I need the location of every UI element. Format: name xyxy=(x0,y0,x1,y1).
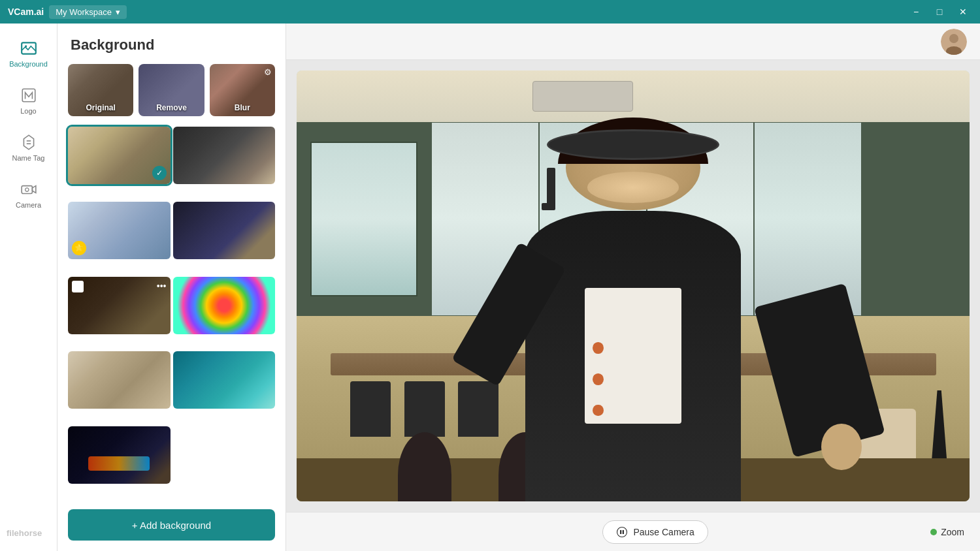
svg-rect-12 xyxy=(623,530,624,534)
bg-cell-6[interactable] xyxy=(173,277,276,334)
preview-area: Pause Camera Zoom xyxy=(286,24,980,551)
bg-cell-9[interactable] xyxy=(68,426,171,484)
filter-original-label: Original xyxy=(86,103,115,112)
filter-remove[interactable]: Remove xyxy=(139,64,204,116)
wall-right xyxy=(862,122,970,316)
zoom-status-dot xyxy=(930,529,937,535)
sidebar: Background Logo Name Tag xyxy=(0,24,57,551)
sidebar-item-logo[interactable]: Logo xyxy=(4,78,53,123)
minimize-button[interactable]: − xyxy=(907,3,925,21)
premium-badge: ⭐ xyxy=(72,241,86,255)
background-label: Background xyxy=(9,60,48,68)
filter-remove-label: Remove xyxy=(156,103,187,112)
app-brand: VCam.ai xyxy=(8,7,44,17)
filehorse-watermark: filehorse xyxy=(7,528,42,538)
gear-icon: ⚙ xyxy=(264,67,272,77)
nametag-label: Name Tag xyxy=(12,154,45,162)
main-layout: Background Logo Name Tag xyxy=(0,24,980,551)
thumbnail-icon xyxy=(72,281,84,292)
camera-label: Camera xyxy=(16,201,41,209)
pause-icon xyxy=(616,526,628,538)
logo-icon xyxy=(20,86,38,104)
add-background-button[interactable]: + Add background xyxy=(68,509,275,541)
chevron-down-icon: ▾ xyxy=(116,7,120,17)
preview-bottom-bar: Pause Camera Zoom xyxy=(286,512,980,551)
svg-point-8 xyxy=(949,34,958,43)
svg-rect-2 xyxy=(22,89,35,102)
sidebar-item-background[interactable]: Background xyxy=(4,31,53,76)
filter-blur-label: Blur xyxy=(235,103,250,112)
svg-point-1 xyxy=(25,45,27,47)
window-controls: − □ ✕ xyxy=(907,3,972,21)
bg-cell-7[interactable] xyxy=(68,351,171,409)
chair-2 xyxy=(404,381,445,437)
svg-rect-5 xyxy=(22,186,32,194)
chair-1 xyxy=(350,381,391,437)
sidebar-item-camera[interactable]: Camera xyxy=(4,172,53,217)
video-preview xyxy=(297,71,970,501)
background-panel: Background Original Remove ⚙ Blur ✓ xyxy=(57,24,286,551)
sidebar-item-nametag[interactable]: Name Tag xyxy=(4,125,53,170)
pause-camera-button[interactable]: Pause Camera xyxy=(602,520,708,544)
bg-cell-3[interactable]: ⭐ xyxy=(68,202,171,259)
bg-cell-4[interactable] xyxy=(173,202,276,259)
panel-title: Background xyxy=(57,24,286,64)
background-icon xyxy=(20,39,38,57)
logo-label: Logo xyxy=(20,107,36,115)
bg-cell-1[interactable]: ✓ xyxy=(68,127,171,184)
bg-cell-5[interactable]: ••• xyxy=(68,277,171,334)
preview-top-bar xyxy=(286,24,980,60)
wall-left xyxy=(297,122,431,316)
zoom-label: Zoom xyxy=(941,527,964,537)
nametag-icon xyxy=(20,133,38,151)
more-options-icon[interactable]: ••• xyxy=(157,281,167,291)
filter-original[interactable]: Original xyxy=(68,64,133,116)
close-button[interactable]: ✕ xyxy=(954,3,972,21)
workspace-label: My Workspace xyxy=(56,7,112,17)
video-canvas xyxy=(297,71,970,501)
title-bar: VCam.ai My Workspace ▾ − □ ✕ xyxy=(0,0,980,24)
bg-cell-8[interactable] xyxy=(173,351,276,409)
zoom-indicator: Zoom xyxy=(930,527,964,537)
svg-point-6 xyxy=(25,188,28,191)
workspace-selector[interactable]: My Workspace ▾ xyxy=(49,5,127,19)
maximize-button[interactable]: □ xyxy=(930,3,949,21)
background-grid: ✓ ⭐ ••• xyxy=(57,124,286,501)
chair-3 xyxy=(458,381,498,437)
svg-point-10 xyxy=(617,527,627,537)
bg-cell-2[interactable] xyxy=(173,127,276,184)
camera-icon xyxy=(20,180,38,198)
ac-unit xyxy=(532,81,634,112)
filter-blur[interactable]: ⚙ Blur xyxy=(210,64,275,116)
person xyxy=(498,114,768,501)
user-avatar[interactable] xyxy=(941,29,967,55)
title-bar-left: VCam.ai My Workspace ▾ xyxy=(8,5,127,19)
svg-rect-11 xyxy=(620,530,621,534)
pause-camera-label: Pause Camera xyxy=(633,527,694,537)
filter-row: Original Remove ⚙ Blur xyxy=(57,64,286,124)
selected-check-icon: ✓ xyxy=(152,166,167,180)
